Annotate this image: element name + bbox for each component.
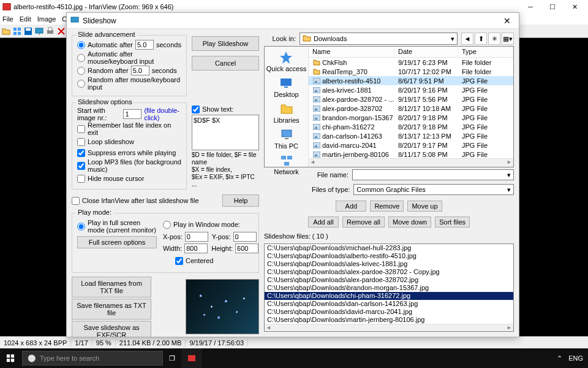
auto-after-radio[interactable] xyxy=(77,41,85,49)
hide-cursor-check[interactable] xyxy=(77,175,85,183)
place-quick-access[interactable]: Quick access xyxy=(265,49,307,74)
slideshow-file-row[interactable]: C:\Users\qbap\Downloads\alberto-restifo-… xyxy=(265,252,513,260)
file-row[interactable]: dan-carlson-1412638/13/17 12:13 PMJPG Fi… xyxy=(309,131,513,140)
menu-edit[interactable]: Edit xyxy=(20,15,31,23)
place-desktop[interactable]: Desktop xyxy=(273,75,300,99)
svg-rect-28 xyxy=(281,156,286,159)
dialog-close-button[interactable]: ✕ xyxy=(499,13,515,28)
play-slideshow-button[interactable]: Play Slideshow xyxy=(192,36,259,51)
removeall-button[interactable]: Remove all xyxy=(342,217,385,228)
start-button[interactable] xyxy=(0,348,21,368)
remove-button[interactable]: Remove xyxy=(370,201,404,212)
file-row[interactable]: alberto-restifo-45108/6/17 9:51 PMJPG Fi… xyxy=(309,76,513,85)
save-exe-button[interactable]: Save slideshow as EXE/SCR xyxy=(72,321,151,337)
ypos-input[interactable] xyxy=(233,232,257,242)
file-row[interactable]: david-marcu-20418/20/17 9:17 PMJPG File xyxy=(309,140,513,150)
file-doubleclick-link[interactable]: (file double-click) xyxy=(144,107,181,121)
auto-after-input-radio[interactable] xyxy=(77,54,85,62)
width-input[interactable] xyxy=(184,243,208,253)
file-row[interactable]: RealTemp_37010/7/17 12:02 PMFile folder xyxy=(309,67,513,76)
svg-rect-10 xyxy=(48,28,52,31)
back-button[interactable]: ◄ xyxy=(461,33,473,45)
svg-rect-3 xyxy=(13,32,17,35)
load-txt-button[interactable]: Load filenames from TXT file xyxy=(72,277,151,297)
cancel-button[interactable]: Cancel xyxy=(192,56,259,71)
close-after-check[interactable] xyxy=(72,197,80,205)
file-row[interactable]: chi-pham-3162728/20/17 9:18 PMJPG File xyxy=(309,122,513,131)
loop-mp3-check[interactable] xyxy=(77,162,85,170)
start-image-nr[interactable] xyxy=(123,109,141,119)
view-button[interactable]: ▦▾ xyxy=(502,33,514,45)
new-folder-button[interactable]: ✳ xyxy=(488,33,500,45)
help-button[interactable]: Help xyxy=(222,194,259,207)
movedown-button[interactable]: Move down xyxy=(388,217,431,228)
slideshow-icon[interactable] xyxy=(34,26,44,36)
save-icon[interactable] xyxy=(23,26,33,36)
slideshow-file-row[interactable]: C:\Users\qbap\Downloads\david-marcu-2041… xyxy=(265,308,513,316)
window-mode-radio[interactable] xyxy=(163,221,171,229)
addall-button[interactable]: Add all xyxy=(308,217,339,228)
slideshow-file-row[interactable]: C:\Users\qbap\Downloads\brandon-morgan-1… xyxy=(265,284,513,292)
show-text-check[interactable] xyxy=(192,105,200,113)
slideshow-files-list[interactable]: C:\Users\qbap\Downloads\michael-hull-228… xyxy=(264,243,514,332)
slide-advancement-label: Slide advancement xyxy=(76,31,137,38)
random-after-seconds[interactable] xyxy=(131,66,149,75)
place-libraries[interactable]: Libraries xyxy=(272,101,300,125)
menu-image[interactable]: Image xyxy=(37,15,56,23)
random-after-radio[interactable] xyxy=(77,67,85,75)
slideshow-file-row[interactable]: C:\Users\qbap\Downloads\martin-jernberg-… xyxy=(265,316,513,324)
slideshow-options-group: Slideshow options Start with image nr.:(… xyxy=(72,102,187,190)
loop-slideshow-check[interactable] xyxy=(77,138,85,146)
centered-check[interactable] xyxy=(175,257,183,265)
maximize-button[interactable]: ☐ xyxy=(541,0,564,13)
slideshow-file-row[interactable]: C:\Users\qbap\Downloads\ales-krivec-1881… xyxy=(265,260,513,268)
file-row[interactable]: ales-krivec-18818/20/17 9:16 PMJPG File xyxy=(309,85,513,94)
place-this-pc[interactable]: This PC xyxy=(273,126,300,151)
file-row[interactable]: alex-pardoe-3287028/12/17 10:18 AMJPG Fi… xyxy=(309,104,513,113)
taskbar-search[interactable]: ⚪ Type here to search xyxy=(22,351,163,366)
taskbar-app-irfanview[interactable] xyxy=(181,348,202,368)
slideshow-files-hscroll[interactable] xyxy=(265,324,513,331)
open-icon[interactable] xyxy=(1,26,11,36)
minimize-button[interactable]: ─ xyxy=(519,0,541,13)
status-size: 211.04 KB / 2.00 MB xyxy=(116,339,186,347)
file-row[interactable]: ChkFlsh9/19/17 6:23 PMFile folder xyxy=(309,58,513,67)
file-row[interactable]: alex-pardoe-328702 - ...9/19/17 5:56 PMJ… xyxy=(309,94,513,104)
show-text-input[interactable] xyxy=(192,115,259,150)
save-txt-button[interactable]: Save filenames as TXT file xyxy=(72,299,151,320)
up-button[interactable]: ⬆ xyxy=(475,33,487,45)
print-icon[interactable] xyxy=(45,26,55,36)
taskview-button[interactable]: ❐ xyxy=(163,348,181,368)
delete-icon[interactable] xyxy=(56,26,66,36)
slideshow-file-row[interactable]: C:\Users\qbap\Downloads\dan-carlson-1412… xyxy=(265,300,513,308)
lookin-combo[interactable]: Downloads ▾ xyxy=(300,33,458,45)
file-list-hscroll[interactable] xyxy=(309,158,513,167)
height-input[interactable] xyxy=(235,243,258,253)
auto-after-seconds[interactable] xyxy=(135,40,154,50)
slide-advancement-group: Slide advancement Automatic afterseconds… xyxy=(72,35,187,96)
menu-file[interactable]: File xyxy=(2,15,13,23)
add-button[interactable]: Add xyxy=(336,201,366,212)
moveup-button[interactable]: Move up xyxy=(407,201,442,212)
file-list[interactable]: ChkFlsh9/19/17 6:23 PMFile folderRealTem… xyxy=(309,58,513,158)
tray-lang[interactable]: ENG xyxy=(568,355,583,362)
thumbnails-icon[interactable] xyxy=(12,26,22,36)
fullscreen-radio[interactable] xyxy=(77,223,85,231)
slideshow-file-row[interactable]: C:\Users\qbap\Downloads\alex-pardoe-3287… xyxy=(265,268,513,276)
tray-chevron-icon[interactable]: ⌃ xyxy=(557,355,562,362)
file-row[interactable]: brandon-morgan-153678/20/17 9:18 PMJPG F… xyxy=(309,113,513,122)
slideshow-file-row[interactable]: C:\Users\qbap\Downloads\chi-pham-316272.… xyxy=(265,292,513,300)
remember-index-check[interactable] xyxy=(77,125,85,133)
xpos-input[interactable] xyxy=(185,232,208,242)
fullscreen-options-button[interactable]: Full screen options xyxy=(77,236,157,248)
slideshow-file-row[interactable]: C:\Users\qbap\Downloads\alex-pardoe-3287… xyxy=(265,276,513,284)
sortfiles-button[interactable]: Sort files xyxy=(435,217,470,228)
filename-combo[interactable]: ▾ xyxy=(352,169,514,180)
file-list-headers[interactable]: Name Date Type xyxy=(309,47,513,58)
slideshow-file-row[interactable]: C:\Users\qbap\Downloads\michael-hull-228… xyxy=(265,244,513,252)
close-button[interactable]: ✕ xyxy=(564,0,586,13)
file-row[interactable]: martin-jernberg-801068/11/17 5:08 PMJPG … xyxy=(309,150,513,158)
random-after-input-radio[interactable] xyxy=(77,80,85,88)
suppress-errors-check[interactable] xyxy=(77,149,85,157)
filetype-combo[interactable]: Common Graphic Files▾ xyxy=(353,184,514,195)
